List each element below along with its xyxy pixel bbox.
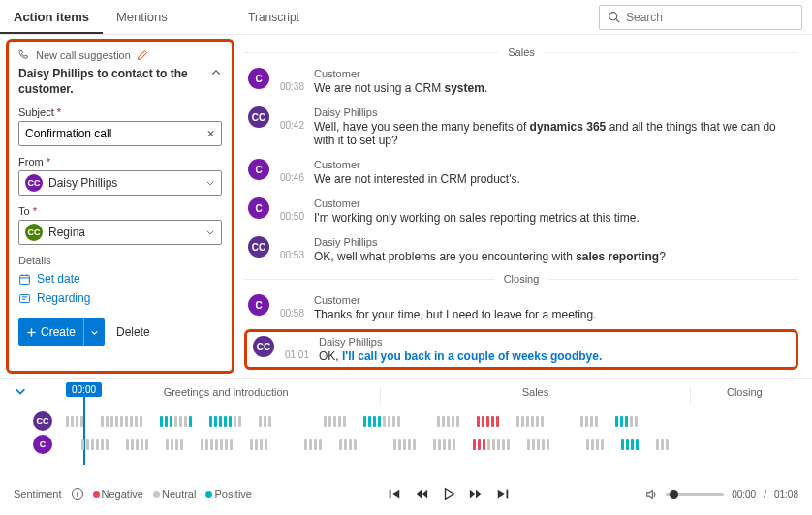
chevron-down-icon[interactable]: [14, 384, 27, 398]
edit-icon[interactable]: [137, 49, 148, 61]
msg-text: I'm working only working on sales report…: [314, 211, 795, 225]
tl-section: Greetings and introduction: [72, 386, 380, 404]
from-field[interactable]: CC Daisy Phillips: [18, 170, 222, 196]
tl-section: Sales: [380, 386, 689, 404]
tab-action-items[interactable]: Action items: [0, 0, 103, 34]
sentiment-legend: Sentiment i Negative Neutral Positive: [14, 488, 252, 500]
msg-speaker: Daisy Phillips: [314, 106, 795, 118]
phone-icon: [18, 49, 30, 61]
volume-icon[interactable]: [645, 488, 658, 500]
from-label: From *: [18, 156, 222, 167]
info-icon[interactable]: i: [72, 488, 83, 500]
tl-avatar-rep: CC: [33, 411, 52, 431]
msg-text: We are not using a CRM system.: [314, 81, 795, 95]
msg-speaker: Dasiy Phillips: [314, 236, 795, 248]
speaker-avatar: C: [248, 294, 269, 316]
forward-icon[interactable]: [469, 487, 483, 500]
rewind-icon[interactable]: [415, 487, 428, 500]
section-closing: Closing: [504, 273, 540, 285]
set-date-link[interactable]: Set date: [18, 272, 222, 286]
tl-avatar-cust: C: [33, 435, 52, 454]
subject-label: Subject *: [18, 106, 222, 118]
calendar-icon: [18, 273, 31, 286]
tl-track-cust[interactable]: [66, 439, 798, 450]
msg-time: 00:58: [279, 308, 304, 321]
speaker-avatar: C: [248, 159, 269, 180]
from-value: Daisy Phillips: [48, 176, 117, 190]
speaker-avatar: CC: [253, 336, 274, 357]
regarding-icon: [18, 292, 31, 305]
transcript-row[interactable]: C00:58CustomerThanks for your time, but …: [244, 288, 798, 327]
section-sales: Sales: [508, 46, 535, 58]
chevron-down-icon[interactable]: [205, 178, 215, 188]
msg-speaker: Daisy Phillips: [319, 336, 790, 348]
delete-link[interactable]: Delete: [116, 325, 150, 339]
transcript-title: Transcript: [248, 11, 299, 24]
to-value: Regina: [48, 226, 85, 239]
transcript-row[interactable]: CC00:42Daisy PhillipsWell, have you seen…: [244, 101, 798, 153]
msg-time: 00:46: [279, 172, 304, 186]
tl-track-rep[interactable]: [66, 415, 798, 427]
msg-time: 01:01: [284, 349, 309, 363]
skip-fwd-icon[interactable]: [496, 487, 510, 500]
transcript-row[interactable]: C00:50CustomerI'm working only working o…: [244, 192, 798, 230]
subject-input[interactable]: [25, 127, 206, 140]
svg-rect-9: [390, 490, 391, 499]
transcript-row[interactable]: CC01:01Daisy PhillipsOK, I'll call you b…: [244, 329, 798, 370]
msg-text: OK, well what problems are you encounter…: [314, 250, 795, 263]
search-icon: [608, 11, 620, 23]
skip-back-icon[interactable]: [388, 487, 401, 500]
msg-time: 00:42: [279, 120, 304, 147]
svg-rect-6: [20, 294, 30, 302]
action-items-panel: New call suggestion Daisy Phillips to co…: [6, 39, 234, 374]
speaker-avatar: C: [248, 68, 269, 89]
msg-speaker: Customer: [314, 197, 795, 209]
chevron-down-icon[interactable]: [205, 227, 215, 237]
from-avatar: CC: [25, 174, 43, 192]
speaker-avatar: C: [248, 197, 269, 219]
svg-rect-2: [20, 275, 30, 284]
msg-time: 00:53: [279, 250, 304, 263]
footer: Sentiment i Negative Neutral Positive 00…: [0, 474, 812, 513]
task-title: Daisy Phillips to contact to the custome…: [18, 67, 193, 97]
speaker-avatar: CC: [248, 106, 269, 128]
transcript-row[interactable]: CC00:53Dasiy PhillipsOK, well what probl…: [244, 230, 798, 269]
msg-speaker: Customer: [314, 68, 795, 79]
time-current: 00:00: [732, 489, 756, 500]
tl-section: Closing: [690, 386, 798, 404]
volume-slider[interactable]: [666, 493, 724, 496]
transcript-row[interactable]: C00:38CustomerWe are not using a CRM sys…: [244, 62, 798, 101]
player-controls: [388, 487, 510, 500]
speaker-avatar: CC: [248, 236, 269, 258]
regarding-link[interactable]: Regarding: [18, 291, 222, 305]
search-input[interactable]: [626, 11, 794, 24]
to-field[interactable]: CC Regina: [18, 220, 222, 245]
msg-time: 00:38: [279, 81, 304, 95]
to-avatar: CC: [25, 224, 43, 241]
time-total: 01:08: [774, 489, 798, 500]
transcript-panel: Sales C00:38CustomerWe are not using a C…: [240, 35, 812, 378]
to-label: To *: [18, 205, 222, 217]
create-button[interactable]: Create: [18, 318, 105, 346]
msg-text: We are not interested in CRM product's.: [314, 172, 795, 186]
msg-speaker: Customer: [314, 159, 795, 170]
svg-point-0: [609, 13, 617, 20]
create-split[interactable]: [83, 318, 105, 346]
msg-time: 00:50: [279, 211, 304, 225]
transcript-row[interactable]: C00:46CustomerWe are not interested in C…: [244, 153, 798, 192]
timeline: 00:00 Greetings and introduction Sales C…: [0, 378, 812, 474]
chevron-up-icon[interactable]: [210, 67, 222, 78]
msg-text: Well, have you seen the many benefits of…: [314, 120, 795, 147]
tab-mentions[interactable]: Mentions: [103, 0, 181, 34]
suggestion-label: New call suggestion: [36, 49, 131, 61]
svg-line-1: [616, 19, 619, 22]
msg-text: OK, I'll call you back in a couple of we…: [319, 349, 790, 363]
subject-field[interactable]: ✕: [18, 121, 222, 146]
svg-rect-10: [507, 490, 509, 499]
clear-icon[interactable]: ✕: [206, 128, 215, 140]
play-icon[interactable]: [442, 487, 455, 500]
details-label: Details: [18, 255, 222, 266]
msg-speaker: Customer: [314, 294, 795, 306]
msg-text: Thanks for your time, but I need to leav…: [314, 308, 795, 321]
search-box[interactable]: [599, 5, 802, 30]
